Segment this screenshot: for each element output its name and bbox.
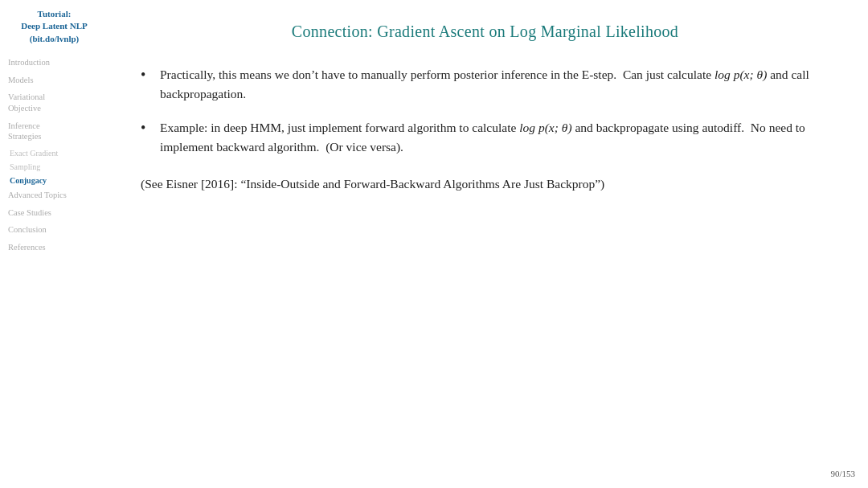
bullet-list: • Practically, this means we don’t have … — [141, 65, 829, 157]
sidebar-item-conjugacy[interactable]: Conjugacy — [10, 175, 102, 186]
slide-title: Connection: Gradient Ascent on Log Margi… — [141, 23, 829, 41]
bullet-dot-1: • — [141, 64, 155, 87]
bullet-text-1: Practically, this means we don’t have to… — [160, 65, 829, 104]
sidebar: Tutorial: Deep Latent NLP (bit.do/lvnlp)… — [0, 0, 108, 488]
citation-block: (See Eisner [2016]: “Inside-Outside and … — [141, 174, 829, 194]
bullet-text-2: Example: in deep HMM, just implement for… — [160, 118, 829, 157]
sidebar-item-exact-gradient[interactable]: Exact Gradient — [10, 148, 102, 158]
sidebar-item-advanced-topics[interactable]: Advanced Topics — [6, 189, 102, 202]
bullet2-text1: Example: in deep HMM, just implement for… — [160, 121, 516, 134]
sidebar-item-sampling[interactable]: Sampling — [10, 162, 102, 172]
sidebar-item-references[interactable]: References — [6, 241, 102, 254]
sidebar-item-variational-objective[interactable]: Variational Objective — [6, 91, 102, 114]
main-content: Connection: Gradient Ascent on Log Margi… — [108, 0, 868, 488]
sidebar-item-case-studies[interactable]: Case Studies — [6, 207, 102, 219]
bullet-item-2: • Example: in deep HMM, just implement f… — [141, 118, 829, 157]
sidebar-item-introduction[interactable]: Introduction — [6, 56, 102, 69]
bullet1-math: log p(x; θ) — [714, 68, 767, 81]
sidebar-item-inference-strategies[interactable]: Inference Strategies — [6, 120, 102, 143]
sidebar-item-conclusion[interactable]: Conclusion — [6, 223, 102, 236]
bullet1-text1: Practically, this means we don’t have to… — [160, 68, 711, 81]
bullet-item-1: • Practically, this means we don’t have … — [141, 65, 829, 104]
sidebar-title: Tutorial: Deep Latent NLP (bit.do/lvnlp) — [6, 8, 102, 45]
content-area: • Practically, this means we don’t have … — [141, 65, 829, 465]
bullet-dot-2: • — [141, 117, 155, 140]
sidebar-item-models[interactable]: Models — [6, 74, 102, 87]
bullet2-math: log p(x; θ) — [519, 121, 571, 134]
page-number: 90/153 — [830, 469, 855, 478]
